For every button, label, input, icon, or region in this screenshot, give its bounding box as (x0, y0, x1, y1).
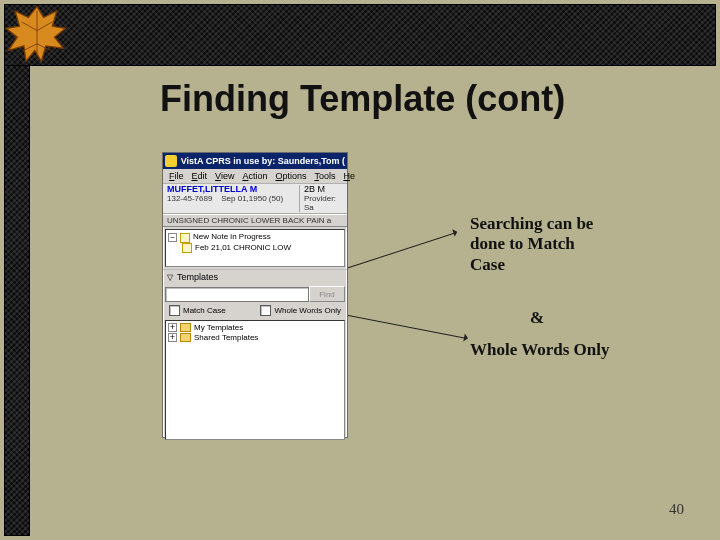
annotation-whole-words: Whole Words Only (470, 340, 610, 360)
template-search-input[interactable] (165, 287, 309, 302)
templates-label: Templates (177, 272, 218, 282)
note-icon (182, 243, 192, 253)
patient-bar: MUFFET,LITTELLA M 132-45-7689 Sep 01,195… (163, 184, 347, 214)
maple-leaf-icon (2, 0, 72, 70)
menu-view[interactable]: View (215, 171, 234, 181)
app-icon (165, 155, 177, 167)
tree-label: Feb 21,01 CHRONIC LOW (195, 243, 291, 253)
menu-edit[interactable]: Edit (192, 171, 208, 181)
template-list: + My Templates + Shared Templates (165, 320, 345, 440)
tree-row-chronic[interactable]: Feb 21,01 CHRONIC LOW (168, 243, 342, 253)
whole-words-label: Whole Words Only (274, 306, 341, 315)
tree-label: New Note in Progress (193, 232, 271, 242)
patient-ssn: 132-45-7689 (167, 194, 212, 203)
slide-title: Finding Template (cont) (160, 78, 565, 120)
match-case-label: Match Case (183, 306, 226, 315)
template-item-shared[interactable]: + Shared Templates (168, 333, 342, 343)
menu-tools[interactable]: Tools (314, 171, 335, 181)
note-icon (180, 233, 190, 243)
notes-tree: − New Note in Progress Feb 21,01 CHRONIC… (165, 229, 345, 267)
expand-icon[interactable]: + (168, 323, 177, 332)
annotation-ampersand: & (530, 308, 570, 328)
annotation-match-case: Searching can be done to Match Case (470, 214, 610, 275)
expand-icon[interactable]: + (168, 333, 177, 342)
match-case-checkbox[interactable] (169, 305, 180, 316)
template-item-label: My Templates (194, 323, 243, 332)
folder-icon (180, 333, 191, 342)
patient-provider: Provider: Sa (304, 195, 343, 213)
chevron-down-icon: ▽ (167, 273, 173, 282)
collapse-icon[interactable]: − (168, 233, 177, 242)
template-item-my[interactable]: + My Templates (168, 323, 342, 333)
app-title-text: VistA CPRS in use by: Saunders,Tom (1 (181, 156, 345, 166)
slide-number: 40 (669, 501, 684, 518)
menubar: File Edit View Action Options Tools He (163, 169, 347, 184)
cprs-app-window: VistA CPRS in use by: Saunders,Tom (1 Fi… (162, 152, 348, 438)
whole-words-checkbox[interactable] (260, 305, 271, 316)
template-item-label: Shared Templates (194, 333, 258, 342)
menu-options[interactable]: Options (275, 171, 306, 181)
app-titlebar: VistA CPRS in use by: Saunders,Tom (1 (163, 153, 347, 169)
menu-help[interactable]: He (344, 171, 356, 181)
templates-header[interactable]: ▽ Templates (163, 269, 347, 284)
menu-file[interactable]: File (169, 171, 184, 181)
folder-icon (180, 323, 191, 332)
side-texture-band (4, 4, 30, 536)
tree-row-new-note[interactable]: − New Note in Progress (168, 232, 342, 242)
top-texture-band (4, 4, 716, 66)
find-button[interactable]: Find (309, 286, 345, 302)
slide-body (30, 66, 716, 536)
menu-action[interactable]: Action (242, 171, 267, 181)
note-section-header: UNSIGNED CHRONIC LOWER BACK PAIN a (163, 214, 347, 227)
patient-dob: Sep 01,1950 (50) (221, 194, 283, 203)
